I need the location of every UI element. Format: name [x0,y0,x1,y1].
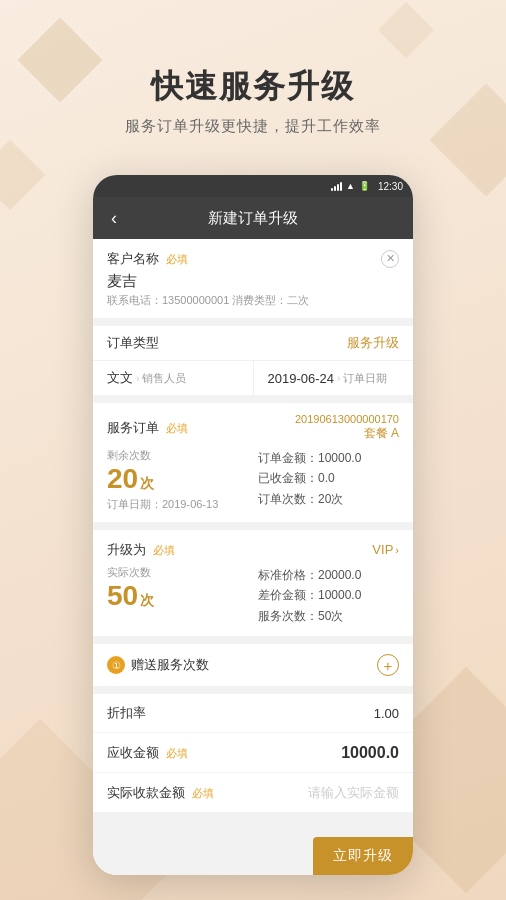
remain-times-value: 20 [107,465,138,493]
discount-label: 折扣率 [107,704,146,722]
wifi-icon: ▲ [346,181,355,191]
receivable-row: 应收金额 必填 10000.0 [93,733,413,773]
upgrade-body: 实际次数 50 次 标准价格：20000.0 差价金额：10000.0 服务次数… [107,565,399,626]
service-amount: 订单金额：10000.0 [258,448,399,468]
remain-times-display: 20 次 [107,465,248,493]
order-type-row: 订单类型 服务升级 [93,326,413,360]
remain-times-col: 剩余次数 20 次 订单日期：2019-06-13 [107,448,248,512]
vip-chevron: › [395,544,399,556]
service-order-date: 订单日期：2019-06-13 [107,497,248,512]
hero-section: 快速服务升级 服务订单升级更快捷，提升工作效率 [0,0,506,200]
diff-price: 差价金额：10000.0 [258,585,399,605]
service-order-info: 订单金额：10000.0 已收金额：0.0 订单次数：20次 [248,448,399,509]
gift-section: ① 赠送服务次数 + [93,644,413,686]
status-bar: ▲ 🔋 12:30 [93,175,413,197]
signal-icon [331,181,342,191]
clear-customer-button[interactable]: ✕ [381,250,399,268]
submit-button[interactable]: 立即升级 [313,837,413,875]
real-times-display: 50 次 [107,582,248,610]
std-price: 标准价格：20000.0 [258,565,399,585]
customer-detail: 联系电话：13500000001 消费类型：二次 [107,293,399,308]
page-title: 新建订单升级 [208,209,298,228]
service-order-label-group: 服务订单 必填 [107,418,188,437]
hero-subtitle: 服务订单升级更快捷，提升工作效率 [125,117,381,136]
service-order-header: 服务订单 必填 20190613000000170 套餐 A [107,413,399,442]
real-times-value: 50 [107,582,138,610]
gift-left: ① 赠送服务次数 [107,656,209,674]
actual-placeholder: 请输入实际金额 [308,784,399,802]
customer-label-group: 客户名称 必填 [107,249,188,268]
order-date-label: 订单日期 [343,371,387,386]
customer-label: 客户名称 [107,251,159,266]
real-times-unit: 次 [140,592,154,610]
nav-bar: ‹ 新建订单升级 [93,197,413,239]
gift-icon: ① [107,656,125,674]
customer-name: 麦吉 [107,272,399,291]
back-button[interactable]: ‹ [107,204,121,233]
order-date-chevron: › [337,373,340,384]
order-date-value: 2019-06-24 [268,371,335,386]
service-order-right: 20190613000000170 套餐 A [295,413,399,442]
status-time: 12:30 [378,181,403,192]
discount-value: 1.00 [374,706,399,721]
service-package-label: 套餐 A [295,425,399,442]
upgrade-required: 必填 [153,544,175,556]
content-area: 客户名称 必填 ✕ 麦吉 联系电话：13500000001 消费类型：二次 订单… [93,239,413,875]
add-gift-button[interactable]: + [377,654,399,676]
receivable-value: 10000.0 [341,744,399,762]
service-times-upgrade: 服务次数：50次 [258,606,399,626]
phone-mockup: ▲ 🔋 12:30 ‹ 新建订单升级 客户名称 必填 ✕ 麦吉 联系电话：135… [93,175,413,875]
upgrade-section: 升级为 必填 VIP › 实际次数 50 次 标准价格：20000.0 [93,530,413,636]
service-times: 订单次数：20次 [258,489,399,509]
actual-label: 实际收款金额 [107,785,185,800]
service-order-id: 20190613000000170 [295,413,399,425]
gift-label: 赠送服务次数 [131,656,209,674]
real-times-label: 实际次数 [107,565,248,580]
real-times-col: 实际次数 50 次 [107,565,248,610]
actual-required: 必填 [192,787,214,799]
customer-required: 必填 [166,253,188,265]
upgrade-label-group: 升级为 必填 [107,540,175,559]
vip-label: VIP [372,542,393,557]
service-collected: 已收金额：0.0 [258,468,399,488]
order-type-value: 服务升级 [347,334,399,352]
service-order-required: 必填 [166,422,188,434]
actual-label-group: 实际收款金额 必填 [107,783,214,802]
salesperson-label: 销售人员 [142,371,186,386]
receivable-label: 应收金额 [107,745,159,760]
battery-icon: 🔋 [359,181,370,191]
receivable-label-group: 应收金额 必填 [107,743,188,762]
upgrade-label: 升级为 [107,542,146,557]
upgrade-info: 标准价格：20000.0 差价金额：10000.0 服务次数：50次 [248,565,399,626]
status-icons: ▲ 🔋 12:30 [331,181,403,192]
upgrade-header: 升级为 必填 VIP › [107,540,399,559]
salesperson-date-row: 文文 › 销售人员 2019-06-24 › 订单日期 [93,360,413,395]
salesperson-col[interactable]: 文文 › 销售人员 [93,361,254,395]
discount-row: 折扣率 1.00 [93,694,413,733]
remain-times-unit: 次 [140,475,154,493]
service-order-label: 服务订单 [107,420,159,435]
order-type-section: 订单类型 服务升级 文文 › 销售人员 2019-06-24 › 订单日期 [93,326,413,395]
order-date-col[interactable]: 2019-06-24 › 订单日期 [254,361,414,395]
upgrade-right[interactable]: VIP › [372,542,399,557]
customer-section: 客户名称 必填 ✕ 麦吉 联系电话：13500000001 消费类型：二次 [93,239,413,318]
salesperson-chevron: › [136,373,139,384]
service-order-body: 剩余次数 20 次 订单日期：2019-06-13 订单金额：10000.0 已… [107,448,399,512]
rate-section: 折扣率 1.00 应收金额 必填 10000.0 实际收款金额 必填 请输入实际… [93,694,413,812]
salesperson-name: 文文 [107,369,133,387]
hero-title: 快速服务升级 [151,65,355,109]
actual-row[interactable]: 实际收款金额 必填 请输入实际金额 [93,773,413,812]
order-type-label: 订单类型 [107,334,159,352]
remain-times-label: 剩余次数 [107,448,248,463]
receivable-required: 必填 [166,747,188,759]
service-order-section: 服务订单 必填 20190613000000170 套餐 A 剩余次数 20 次… [93,403,413,522]
customer-label-row: 客户名称 必填 ✕ [107,249,399,268]
